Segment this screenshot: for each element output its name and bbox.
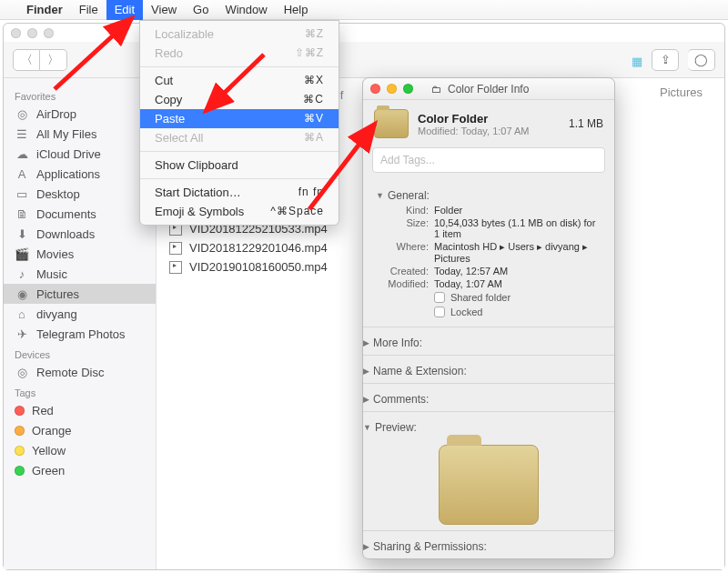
app-name-menu[interactable]: Finder — [18, 0, 71, 20]
tag-label: Green — [32, 464, 65, 478]
sidebar-label: Desktop — [36, 187, 80, 201]
documents-icon: 🗎 — [15, 207, 29, 221]
menu-label: Localizable — [155, 27, 214, 41]
info-modified: Modified:Today, 1:07 AM — [376, 277, 602, 290]
menu-label: Paste — [155, 112, 185, 126]
section-label: Name & Extension: — [373, 365, 467, 377]
folder-size: 1.1 MB — [569, 117, 603, 130]
menu-edit[interactable]: Edit — [106, 0, 143, 20]
sidebar-label: Applications — [36, 167, 100, 181]
zoom-button[interactable] — [44, 28, 54, 38]
sidebar-label: Downloads — [36, 227, 95, 241]
disclosure-triangle-icon: ▼ — [363, 423, 371, 432]
zoom-button[interactable] — [403, 84, 413, 94]
disclosure-triangle-icon: ▶ — [363, 542, 369, 551]
menu-shortcut: ⇧⌘Z — [295, 46, 324, 60]
info-where: Where:Macintosh HD ▸ Users ▸ divyang ▸ P… — [376, 240, 602, 265]
general-section-header[interactable]: ▼General: — [376, 184, 602, 204]
checkbox-label: Shared folder — [450, 292, 511, 303]
nameext-section-header[interactable]: ▶Name & Extension: — [363, 359, 614, 379]
section-label: Preview: — [375, 421, 417, 434]
sidebar-item-telegram[interactable]: ✈Telegram Photos — [4, 324, 156, 344]
info-kind: Kind:Folder — [376, 204, 602, 216]
sidebar-item-remotedisc[interactable]: ◎Remote Disc — [4, 362, 156, 382]
sidebar-item-airdrop[interactable]: ◎AirDrop — [4, 104, 156, 124]
allfiles-icon: ☰ — [15, 127, 29, 141]
sidebar-label: Pictures — [36, 287, 79, 301]
tags-button[interactable]: ◯ — [688, 49, 715, 71]
menu-go[interactable]: Go — [185, 0, 217, 20]
menubar: Finder File Edit View Go Window Help — [0, 0, 728, 20]
sidebar-item-home[interactable]: ⌂divyang — [4, 304, 156, 324]
telegram-icon: ✈ — [15, 327, 29, 341]
menu-label: Select All — [155, 131, 203, 145]
preview-folder-icon — [439, 445, 539, 525]
shared-folder-checkbox[interactable]: Shared folder — [376, 290, 602, 305]
back-button[interactable]: 〈 — [13, 49, 40, 71]
sidebar-item-applications[interactable]: AApplications — [4, 164, 156, 184]
video-file-icon — [169, 261, 182, 274]
tag-label: Orange — [32, 424, 71, 437]
close-button[interactable] — [370, 84, 380, 94]
menu-view[interactable]: View — [143, 0, 185, 20]
tags-header: Tags — [4, 382, 156, 400]
sharing-section-header[interactable]: ▶Sharing & Permissions: — [363, 535, 614, 555]
tag-label: Red — [32, 404, 54, 417]
sidebar-label: All My Files — [36, 127, 96, 141]
folder-small-icon: 🗀 — [431, 84, 441, 95]
info-title: Color Folder Info — [448, 83, 529, 96]
minimize-button[interactable] — [27, 28, 37, 38]
share-button[interactable]: ⇪ — [652, 49, 679, 71]
minimize-button[interactable] — [387, 84, 397, 94]
sidebar-item-downloads[interactable]: ⬇Downloads — [4, 224, 156, 244]
annotation-arrow — [309, 118, 400, 221]
sidebar-item-documents[interactable]: 🗎Documents — [4, 204, 156, 224]
tags-input[interactable]: Add Tags... — [372, 147, 605, 173]
airdrop-icon: ◎ — [15, 107, 29, 121]
sidebar-item-allmyfiles[interactable]: ☰All My Files — [4, 124, 156, 144]
menu-label: Start Dictation… — [155, 186, 241, 199]
menu-window[interactable]: Window — [217, 0, 275, 20]
tag-yellow[interactable]: Yellow — [4, 440, 156, 460]
sidebar-item-movies[interactable]: 🎬Movies — [4, 244, 156, 264]
moreinfo-section-header[interactable]: ▶More Info: — [363, 331, 614, 351]
menu-help[interactable]: Help — [276, 0, 317, 20]
svg-line-1 — [206, 55, 264, 111]
preview-section-header[interactable]: ▼Preview: — [363, 416, 614, 436]
menu-label: Copy — [155, 93, 182, 106]
info-created: Created:Today, 12:57 AM — [376, 265, 602, 277]
sidebar-label: AirDrop — [36, 107, 76, 121]
tag-orange[interactable]: Orange — [4, 420, 156, 440]
menu-label: Emoji & Symbols — [155, 205, 244, 218]
checkbox-label: Locked — [450, 307, 482, 317]
info-titlebar: 🗀 Color Folder Info — [363, 78, 614, 100]
sidebar-item-pictures[interactable]: ◉Pictures — [4, 284, 156, 304]
folder-modified: Modified: Today, 1:07 AM — [418, 126, 530, 136]
svg-line-2 — [309, 124, 375, 209]
file-name: VID20181229201046.mp4 — [189, 241, 328, 255]
tag-dot-icon — [15, 426, 25, 436]
sidebar-label: Remote Disc — [36, 366, 104, 379]
home-icon: ⌂ — [15, 307, 29, 321]
tag-red[interactable]: Red — [4, 400, 156, 420]
tag-dot-icon — [15, 446, 25, 456]
disclosure-triangle-icon: ▶ — [363, 338, 369, 347]
menu-shortcut: ⌘Z — [305, 27, 324, 41]
locked-checkbox[interactable]: Locked — [376, 305, 602, 319]
tag-green[interactable]: Green — [4, 460, 156, 480]
annotation-arrow — [55, 45, 155, 94]
desktop-icon: ▭ — [15, 187, 29, 201]
sidebar-label: divyang — [36, 307, 77, 321]
path-label: Pictures — [660, 85, 703, 99]
tag-dot-icon — [15, 466, 25, 476]
info-size: Size:10,54,033 bytes (1.1 MB on disk) fo… — [376, 216, 602, 240]
menu-file[interactable]: File — [71, 0, 106, 20]
sidebar-item-icloud[interactable]: ☁iCloud Drive — [4, 144, 156, 164]
info-summary: Color Folder Modified: Today, 1:07 AM 1.… — [363, 100, 614, 147]
downloads-icon: ⬇ — [15, 227, 29, 241]
sidebar-item-music[interactable]: ♪Music — [4, 264, 156, 284]
comments-section-header[interactable]: ▶Comments: — [363, 387, 614, 407]
menu-item-undo[interactable]: Localizable⌘Z — [140, 25, 339, 44]
close-button[interactable] — [11, 28, 21, 38]
sidebar-item-desktop[interactable]: ▭Desktop — [4, 184, 156, 204]
